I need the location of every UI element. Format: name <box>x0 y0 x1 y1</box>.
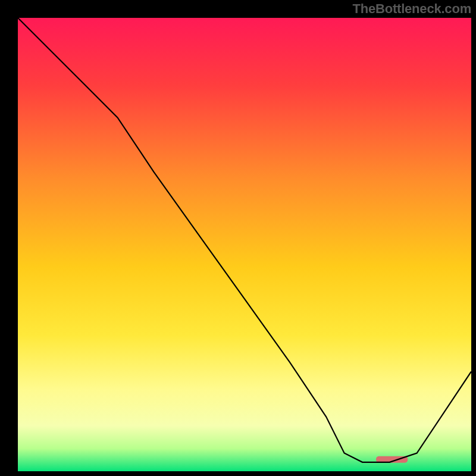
plot-area <box>18 18 471 471</box>
chart-svg <box>18 18 471 471</box>
watermark-label: TheBottleneck.com <box>352 1 471 17</box>
chart-frame: TheBottleneck.com <box>0 0 476 476</box>
